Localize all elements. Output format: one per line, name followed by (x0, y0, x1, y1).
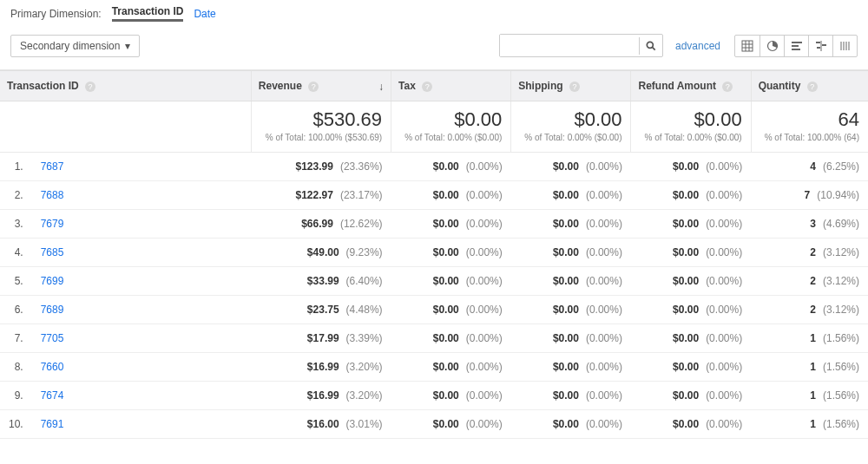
view-mode-toggle (734, 35, 858, 57)
transaction-link[interactable]: 7705 (41, 332, 64, 344)
help-icon[interactable]: ? (722, 82, 733, 92)
transaction-link[interactable]: 7685 (41, 246, 64, 258)
quantity-cell: 2(3.12%) (751, 239, 868, 267)
shipping-cell: $0.00(0.00%) (511, 324, 631, 353)
row-index: 9. (0, 382, 32, 410)
search-button[interactable] (639, 37, 662, 55)
transaction-link[interactable]: 7679 (41, 218, 64, 230)
shipping-cell: $0.00(0.00%) (511, 410, 631, 439)
transaction-id-cell: 7674 (32, 382, 252, 410)
svg-line-1 (652, 47, 654, 49)
revenue-cell: $66.99(12.62%) (251, 210, 391, 239)
transaction-link[interactable]: 7688 (41, 189, 64, 201)
total-refund: $0.00% of Total: 0.00% ($0.00) (631, 101, 751, 153)
transaction-id-cell: 7679 (32, 210, 252, 239)
col-label: Transaction ID (7, 80, 79, 92)
quantity-cell: 4(6.25%) (751, 153, 868, 181)
primary-dimension-label: Primary Dimension: (10, 8, 102, 20)
col-label: Quantity (759, 80, 801, 92)
svg-rect-13 (822, 44, 826, 46)
transaction-id-cell: 7689 (32, 296, 252, 324)
row-index: 2. (0, 181, 32, 210)
refund-cell: $0.00(0.00%) (631, 267, 751, 296)
shipping-cell: $0.00(0.00%) (511, 210, 631, 239)
col-revenue[interactable]: Revenue ? ↓ (251, 71, 391, 101)
svg-rect-8 (792, 42, 802, 43)
refund-cell: $0.00(0.00%) (631, 181, 751, 210)
total-quantity: 64% of Total: 100.00% (64) (751, 101, 868, 153)
quantity-cell: 7(10.94%) (751, 181, 868, 210)
tax-cell: $0.00(0.00%) (391, 181, 511, 210)
secondary-dimension-label: Secondary dimension (20, 40, 120, 52)
advanced-link[interactable]: advanced (675, 40, 720, 52)
transaction-id-cell: 7705 (32, 324, 252, 353)
svg-rect-12 (816, 42, 820, 43)
view-bar-icon[interactable] (784, 36, 808, 56)
view-pivot-icon[interactable] (832, 36, 857, 56)
help-icon[interactable]: ? (569, 82, 580, 92)
help-icon[interactable]: ? (308, 82, 319, 92)
transactions-table: Transaction ID ? Revenue ? ↓ Tax ? Shipp… (0, 70, 868, 439)
shipping-cell: $0.00(0.00%) (511, 153, 631, 181)
help-icon[interactable]: ? (422, 82, 432, 92)
row-index: 5. (0, 267, 32, 296)
refund-cell: $0.00(0.00%) (631, 210, 751, 239)
shipping-cell: $0.00(0.00%) (511, 353, 631, 382)
revenue-cell: $123.99(23.36%) (251, 153, 391, 181)
help-icon[interactable]: ? (807, 82, 818, 92)
shipping-cell: $0.00(0.00%) (511, 382, 631, 410)
secondary-dimension-dropdown[interactable]: Secondary dimension ▾ (10, 35, 140, 57)
quantity-cell: 1(1.56%) (751, 382, 868, 410)
primary-dimension-bar: Primary Dimension: Transaction ID Date (0, 0, 868, 27)
refund-cell: $0.00(0.00%) (631, 296, 751, 324)
col-transaction-id[interactable]: Transaction ID ? (0, 71, 251, 101)
transaction-link[interactable]: 7699 (41, 275, 64, 287)
transaction-id-cell: 7699 (32, 267, 252, 296)
tax-cell: $0.00(0.00%) (391, 239, 511, 267)
col-refund[interactable]: Refund Amount ? (631, 71, 751, 101)
col-label: Shipping (518, 80, 562, 92)
primary-dimension-alt[interactable]: Date (194, 8, 215, 20)
quantity-cell: 3(4.69%) (751, 210, 868, 239)
sort-desc-icon: ↓ (378, 81, 384, 93)
transaction-link[interactable]: 7687 (41, 160, 64, 173)
transaction-link[interactable]: 7691 (41, 418, 64, 430)
transaction-link[interactable]: 7660 (41, 361, 64, 373)
transaction-link[interactable]: 7689 (41, 304, 64, 316)
quantity-cell: 2(3.12%) (751, 296, 868, 324)
transaction-id-cell: 7685 (32, 239, 252, 267)
table-row: 4.7685$49.00(9.23%)$0.00(0.00%)$0.00(0.0… (0, 239, 868, 267)
table-row: 1.7687$123.99(23.36%)$0.00(0.00%)$0.00(0… (0, 153, 868, 181)
help-icon[interactable]: ? (85, 82, 95, 92)
totals-row: $530.69% of Total: 100.00% ($530.69) $0.… (0, 101, 868, 153)
tax-cell: $0.00(0.00%) (391, 210, 511, 239)
refund-cell: $0.00(0.00%) (631, 353, 751, 382)
col-quantity[interactable]: Quantity ? (751, 71, 868, 101)
search-input[interactable] (500, 35, 639, 56)
svg-point-0 (647, 42, 653, 48)
view-table-icon[interactable] (735, 36, 760, 56)
table-row: 6.7689$23.75(4.48%)$0.00(0.00%)$0.00(0.0… (0, 296, 868, 324)
shipping-cell: $0.00(0.00%) (511, 181, 631, 210)
revenue-cell: $23.75(4.48%) (251, 296, 391, 324)
tax-cell: $0.00(0.00%) (391, 410, 511, 439)
col-tax[interactable]: Tax ? (391, 71, 511, 101)
view-pie-icon[interactable] (760, 36, 784, 56)
table-row: 8.7660$16.99(3.20%)$0.00(0.00%)$0.00(0.0… (0, 353, 868, 382)
primary-dimension-active[interactable]: Transaction ID (112, 5, 184, 22)
refund-cell: $0.00(0.00%) (631, 324, 751, 353)
transaction-link[interactable]: 7674 (41, 389, 64, 402)
revenue-cell: $17.99(3.39%) (251, 324, 391, 353)
caret-down-icon: ▾ (125, 40, 130, 52)
view-comparison-icon[interactable] (808, 36, 832, 56)
refund-cell: $0.00(0.00%) (631, 382, 751, 410)
table-row: 7.7705$17.99(3.39%)$0.00(0.00%)$0.00(0.0… (0, 324, 868, 353)
col-shipping[interactable]: Shipping ? (511, 71, 631, 101)
revenue-cell: $122.97(23.17%) (251, 181, 391, 210)
row-index: 1. (0, 153, 32, 181)
svg-rect-9 (792, 45, 799, 47)
tax-cell: $0.00(0.00%) (391, 296, 511, 324)
revenue-cell: $33.99(6.40%) (251, 267, 391, 296)
table-row: 10.7691$16.00(3.01%)$0.00(0.00%)$0.00(0.… (0, 410, 868, 439)
transaction-id-cell: 7691 (32, 410, 252, 439)
